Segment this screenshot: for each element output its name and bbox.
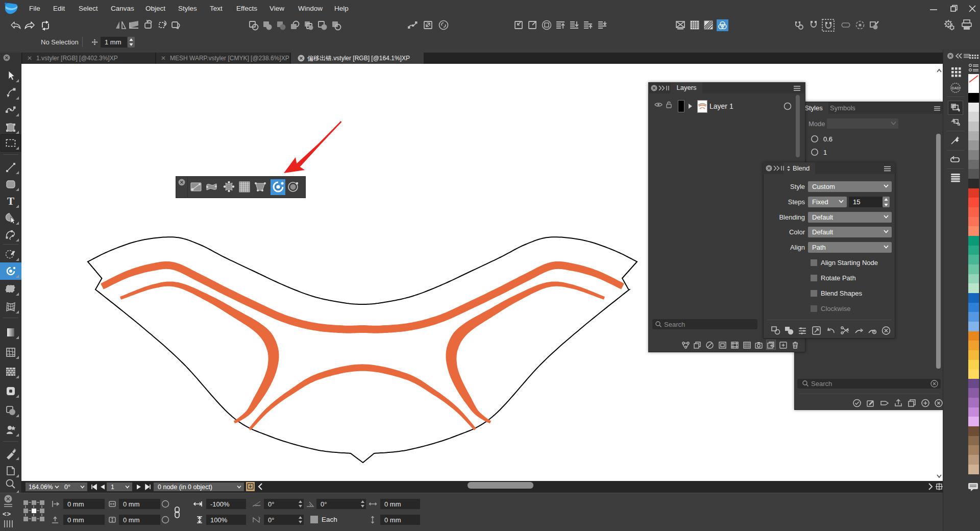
svg-text:DAD: DAD xyxy=(951,86,959,90)
svg-text:T: T xyxy=(7,195,14,207)
